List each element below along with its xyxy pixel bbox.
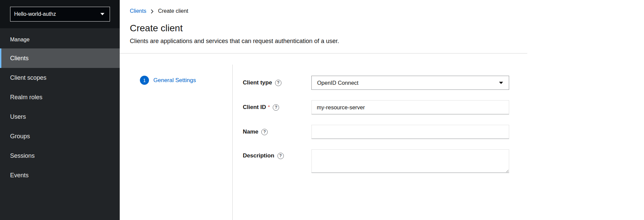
client-type-select[interactable]: OpenID Connect [311,76,509,90]
step-label: General Settings [153,77,196,84]
sidebar: Hello-world-authz Manage Clients Client … [0,0,120,220]
wizard-step-general-settings[interactable]: 1 General Settings [140,76,232,85]
sidebar-item-clients[interactable]: Clients [0,48,120,68]
sidebar-item-groups[interactable]: Groups [0,126,120,146]
form-row-description: Description ? [243,149,527,173]
sidebar-nav: Clients Client scopes Realm roles Users … [0,48,120,185]
wizard: 1 General Settings Client type ? OpenID … [120,65,527,220]
client-type-input-col: OpenID Connect [311,76,509,90]
sidebar-item-users[interactable]: Users [0,107,120,126]
field-label-description: Description [243,152,274,159]
realm-selector-value: Hello-world-authz [14,11,56,17]
realm-selector[interactable]: Hello-world-authz [10,7,110,22]
breadcrumb: Clients Create client [130,8,527,14]
name-input[interactable] [311,125,509,139]
description-input-col [311,149,509,173]
divider [120,53,527,53]
client-type-label-group: Client type ? [243,79,311,86]
client-id-input[interactable] [311,100,509,114]
page-subtitle: Clients are applications and services th… [130,37,527,45]
field-label-name: Name [243,129,258,135]
field-label-client-id: Client ID [243,104,266,111]
wizard-nav: 1 General Settings [120,65,233,220]
create-client-form: Client type ? OpenID Connect Client ID [233,65,527,220]
nav-section-title: Manage [10,36,120,43]
step-number-badge: 1 [140,76,149,85]
client-type-select-value: OpenID Connect [317,80,358,86]
description-label-group: Description ? [243,149,311,159]
help-icon[interactable]: ? [275,80,281,86]
form-row-client-type: Client type ? OpenID Connect [243,76,527,90]
help-icon[interactable]: ? [261,129,268,135]
main-content: Clients Create client Create client Clie… [120,0,527,220]
breadcrumb-current: Create client [158,8,188,14]
sidebar-item-realm-roles[interactable]: Realm roles [0,87,120,107]
breadcrumb-separator-icon [151,9,154,14]
breadcrumb-link-clients[interactable]: Clients [130,8,146,14]
sidebar-item-events[interactable]: Events [0,166,120,185]
client-id-input-col [311,100,509,114]
form-row-client-id: Client ID * ? [243,100,527,114]
caret-down-icon [499,81,503,84]
sidebar-header: Hello-world-authz [0,0,120,28]
sidebar-item-client-scopes[interactable]: Client scopes [0,68,120,87]
required-indicator: * [268,104,270,110]
page-title: Create client [130,23,527,34]
help-icon[interactable]: ? [273,104,279,111]
client-id-label-group: Client ID * ? [243,104,311,111]
field-label-client-type: Client type [243,79,272,86]
sidebar-item-sessions[interactable]: Sessions [0,146,120,166]
form-row-name: Name ? [243,125,527,139]
name-input-col [311,125,509,139]
description-textarea[interactable] [311,149,509,173]
caret-down-icon [100,13,105,15]
name-label-group: Name ? [243,129,311,135]
help-icon[interactable]: ? [277,153,284,159]
